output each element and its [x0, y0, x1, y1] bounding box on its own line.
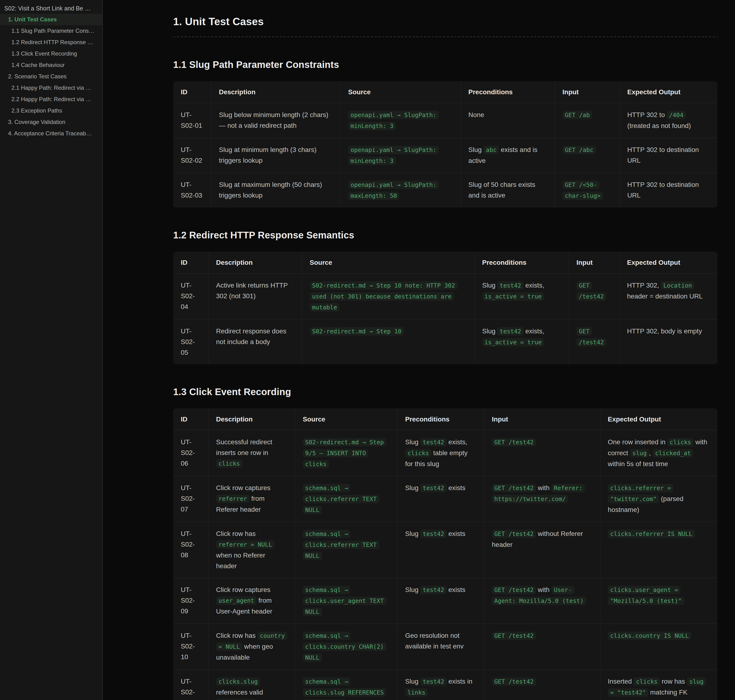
- column-header-input: Input: [555, 81, 620, 103]
- inline-code: schema.sql → clicks.referrer TEXT NULL: [303, 530, 379, 560]
- inline-code: clicks.slug: [216, 678, 260, 686]
- cell-id: UT-S02-01: [173, 103, 211, 138]
- cell-input: GET /test42 without Referer header: [484, 522, 600, 578]
- sidebar-item-1-unit-test-cases[interactable]: 1. Unit Test Cases: [0, 14, 102, 25]
- table-row-ut-s02-02: UT-S02-02Slug at minimum length (3 chars…: [173, 138, 717, 173]
- cell-source: S02-redirect.md → Step 10: [302, 319, 474, 365]
- inline-code: GET /test42: [492, 530, 536, 538]
- test-case-table: IDDescriptionSourcePreconditionsInputExp…: [173, 252, 717, 364]
- cell-preconditions: Slug test42 exists, is_active = true: [474, 319, 569, 365]
- dashed-divider: [173, 37, 717, 37]
- table-header-row: IDDescriptionSourcePreconditionsInputExp…: [173, 252, 717, 274]
- sidebar-item-1-1-slug-path-parameter-cons[interactable]: 1.1 Slug Path Parameter Cons…: [0, 25, 102, 37]
- inline-code: test42: [420, 678, 446, 686]
- table-header-row: IDDescriptionSourcePreconditionsInputExp…: [173, 81, 717, 103]
- sidebar-item-1-4-cache-behaviour[interactable]: 1.4 Cache Behaviour: [0, 59, 102, 71]
- inline-code: is_active = true: [482, 338, 544, 346]
- sidebar-item-2-3-exception-paths[interactable]: 2.3 Exception Paths: [0, 105, 102, 116]
- inline-code: test42: [497, 327, 523, 335]
- cell-input: GET /abc: [555, 138, 620, 173]
- sidebar-item-2-scenario-test-cases[interactable]: 2. Scenario Test Cases: [0, 71, 102, 82]
- sidebar-item-2-2-happy-path-redirect-via[interactable]: 2.2 Happy Path: Redirect via …: [0, 94, 102, 105]
- cell-expected: HTTP 302 to destination URL: [620, 173, 717, 208]
- column-header-source: Source: [295, 409, 398, 430]
- section-heading: 1.3 Click Event Recording: [173, 386, 717, 397]
- inline-code: GET /ab: [563, 111, 592, 119]
- table-row-ut-s02-03: UT-S02-03Slug at maximum length (50 char…: [173, 173, 717, 208]
- cell-input: GET /test42: [569, 274, 619, 319]
- cell-id: UT-S02-03: [173, 173, 211, 208]
- inline-code: clicked_at: [653, 449, 694, 457]
- cell-source: openapi.yaml → SlugPath: minLength: 3: [340, 103, 461, 138]
- cell-expected: HTTP 302, body is empty: [619, 319, 717, 365]
- cell-id: UT-S02-07: [173, 476, 208, 522]
- cell-preconditions: Slug test42 exists: [398, 522, 484, 578]
- toc-nav: 1. Unit Test Cases1.1 Slug Path Paramete…: [0, 14, 102, 139]
- cell-expected: Inserted clicks row has slug = "test42" …: [600, 670, 717, 700]
- column-header-preconditions: Preconditions: [398, 409, 484, 430]
- cell-id: UT-S02-04: [173, 274, 208, 319]
- toc-sidebar: S02: Visit a Short Link and Be … 1. Unit…: [0, 0, 103, 700]
- cell-preconditions: Slug of 50 chars exists and is active: [461, 173, 555, 208]
- cell-description: Click row has referrer = NULL when no Re…: [208, 522, 295, 578]
- inline-code: schema.sql → clicks.country CHAR(2) NULL: [303, 632, 386, 662]
- inline-code: user_agent: [216, 597, 257, 605]
- document-title: S02: Visit a Short Link and Be …: [0, 3, 102, 14]
- inline-code: openapi.yaml → SlugPath: maxLength: 50: [348, 181, 439, 200]
- cell-description: Successful redirect inserts one row in c…: [208, 430, 295, 476]
- inline-code: schema.sql → clicks.referrer TEXT NULL: [303, 484, 379, 514]
- column-header-id: ID: [173, 252, 208, 274]
- inline-code: is_active = true: [482, 292, 544, 301]
- cell-id: UT-S02-02: [173, 138, 211, 173]
- column-header-description: Description: [211, 81, 340, 103]
- cell-source: schema.sql → clicks.slug REFERENCES link…: [295, 670, 398, 700]
- column-header-input: Input: [484, 409, 600, 430]
- sections-container: 1.1 Slug Path Parameter ConstraintsIDDes…: [173, 59, 717, 700]
- test-case-table: IDDescriptionSourcePreconditionsInputExp…: [173, 81, 717, 207]
- inline-code: clicks: [405, 449, 432, 457]
- cell-expected: clicks.referrer IS NULL: [600, 522, 717, 578]
- inline-code: clicks: [667, 438, 694, 446]
- table-row-ut-s02-11: UT-S02-11clicks.slug references valid li…: [173, 670, 717, 700]
- cell-preconditions: None: [461, 103, 555, 138]
- sidebar-item-1-3-click-event-recording[interactable]: 1.3 Click Event Recording: [0, 48, 102, 59]
- inline-code: GET /test42: [492, 438, 536, 446]
- table-row-ut-s02-04: UT-S02-04Active link returns HTTP 302 (n…: [173, 274, 717, 319]
- cell-description: Redirect response does not include a bod…: [208, 319, 302, 365]
- inline-code: clicks.country IS NULL: [608, 632, 691, 640]
- inline-code: GET /test42: [492, 586, 536, 594]
- column-header-expected-output: Expected Output: [619, 252, 717, 274]
- sidebar-item-1-2-redirect-http-response[interactable]: 1.2 Redirect HTTP Response …: [0, 37, 102, 48]
- sidebar-item-2-1-happy-path-redirect-via[interactable]: 2.1 Happy Path: Redirect via …: [0, 82, 102, 94]
- cell-source: schema.sql → clicks.referrer TEXT NULL: [295, 476, 398, 522]
- cell-expected: clicks.referrer = "twitter.com" (parsed …: [600, 476, 717, 522]
- cell-id: UT-S02-11: [173, 670, 208, 700]
- cell-input: GET /test42: [569, 319, 619, 365]
- inline-code: clicks: [216, 459, 242, 468]
- sidebar-item-3-coverage-validation[interactable]: 3. Coverage Validation: [0, 116, 102, 128]
- table-header-row: IDDescriptionSourcePreconditionsInputExp…: [173, 409, 717, 430]
- cell-source: S02-redirect.md → Step 10 note: HTTP 302…: [302, 274, 474, 319]
- inline-code: links: [405, 688, 428, 697]
- cell-preconditions: Slug test42 exists, clicks table empty f…: [398, 430, 484, 476]
- inline-code: GET /test42: [577, 327, 606, 346]
- cell-expected: HTTP 302 to /404 (treated as not found): [620, 103, 717, 138]
- section-1-3-click-event-recording: 1.3 Click Event RecordingIDDescriptionSo…: [173, 386, 717, 700]
- test-case-table-wrap: IDDescriptionSourcePreconditionsInputExp…: [173, 81, 717, 207]
- cell-input: GET /test42: [484, 624, 600, 670]
- column-header-expected-output: Expected Output: [620, 81, 717, 103]
- cell-id: UT-S02-05: [173, 319, 208, 365]
- inline-code: referrer: [216, 495, 249, 503]
- section-1-1-slug-path-parameter-constraints: 1.1 Slug Path Parameter ConstraintsIDDes…: [173, 59, 717, 207]
- test-case-table: IDDescriptionSourcePreconditionsInputExp…: [173, 409, 717, 700]
- inline-code: test42: [420, 438, 446, 446]
- column-header-preconditions: Preconditions: [461, 81, 555, 103]
- cell-preconditions: Slug test42 exists: [398, 578, 484, 624]
- cell-description: Click row has country = NULL when geo un…: [208, 624, 295, 670]
- column-header-preconditions: Preconditions: [474, 252, 569, 274]
- inline-code: test42: [420, 484, 446, 492]
- sidebar-item-4-acceptance-criteria-traceab[interactable]: 4. Acceptance Criteria Traceab…: [0, 128, 102, 139]
- inline-code: GET /test42: [492, 632, 536, 640]
- cell-id: UT-S02-06: [173, 430, 208, 476]
- cell-preconditions: Slug abc exists and is active: [461, 138, 555, 173]
